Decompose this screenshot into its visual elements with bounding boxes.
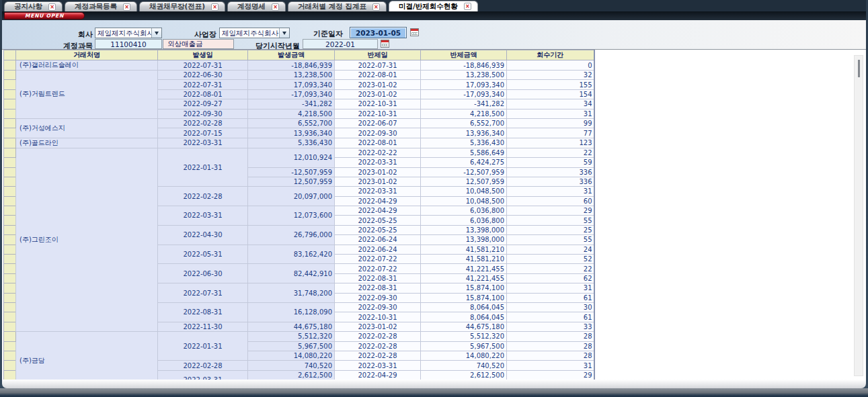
occurrence-date-cell[interactable]: 2022-03-31	[158, 138, 248, 148]
repayment-amount-cell[interactable]: 5,967,500	[421, 341, 507, 351]
occurrence-amount-cell[interactable]: 16,128,090	[248, 302, 335, 322]
occurrence-amount-cell[interactable]: 26,796,000	[248, 225, 335, 245]
repayment-amount-cell[interactable]: 13,398,000	[421, 235, 507, 245]
row-header-cell[interactable]	[4, 99, 16, 109]
recovery-days-cell[interactable]: 31	[507, 283, 594, 293]
repayment-amount-cell[interactable]: 13,238,500	[421, 71, 507, 80]
repayment-amount-cell[interactable]: 13,398,000	[421, 225, 507, 234]
recovery-days-cell[interactable]: 28	[507, 341, 594, 351]
repayment-amount-cell[interactable]: 4,218,500	[421, 109, 507, 118]
recovery-days-cell[interactable]: 0	[507, 60, 594, 71]
occurrence-amount-cell[interactable]: 12,010,924	[248, 148, 335, 167]
occurrence-amount-cell[interactable]: 2,612,500	[248, 370, 335, 380]
recovery-days-cell[interactable]: 61	[507, 312, 594, 322]
row-header-cell[interactable]	[4, 60, 16, 71]
repayment-date-cell[interactable]: 2022-04-29	[335, 370, 421, 380]
row-header-cell[interactable]	[4, 302, 16, 312]
recovery-days-cell[interactable]: 155	[507, 80, 594, 89]
recovery-days-cell[interactable]: 31	[507, 187, 594, 196]
recovery-days-cell[interactable]: 30	[507, 302, 594, 312]
table-row[interactable]: (주)그린조이2022-01-3112,010,9242022-02-225,5…	[4, 148, 594, 157]
occurrence-amount-cell[interactable]: -341,282	[248, 99, 335, 109]
recovery-days-cell[interactable]: 62	[507, 273, 594, 283]
occurrence-date-cell[interactable]: 2022-03-31	[158, 370, 248, 380]
repayment-amount-cell[interactable]: 5,336,430	[421, 138, 507, 148]
recovery-days-cell[interactable]: 22	[507, 148, 594, 157]
base-date-input[interactable]: 2023-01-05	[350, 27, 407, 38]
recovery-days-cell[interactable]: 336	[507, 167, 594, 177]
tab-2[interactable]: 계정과목등록×	[65, 1, 137, 11]
row-header-cell[interactable]	[4, 255, 16, 264]
company-select[interactable]: 제일제지주식회사	[95, 28, 162, 38]
repayment-amount-cell[interactable]: 6,552,700	[421, 118, 507, 128]
occurrence-date-cell[interactable]: 2022-07-31	[158, 283, 248, 303]
occurrence-amount-cell[interactable]: 82,442,910	[248, 264, 335, 283]
vendor-cell[interactable]: (주)금담	[16, 332, 158, 380]
occurrence-date-cell[interactable]: 2022-05-31	[158, 245, 248, 264]
recovery-days-cell[interactable]: 25	[507, 225, 594, 234]
repayment-amount-cell[interactable]: 8,064,045	[421, 312, 507, 322]
repayment-date-cell[interactable]: 2022-04-29	[335, 196, 421, 206]
occurrence-amount-cell[interactable]: 14,080,220	[248, 351, 335, 360]
row-header-cell[interactable]	[4, 235, 16, 245]
occurrence-amount-cell[interactable]: 20,097,000	[248, 187, 335, 206]
row-header-cell[interactable]	[4, 293, 16, 302]
repayment-amount-cell[interactable]: 5,586,649	[421, 148, 507, 157]
row-header-cell[interactable]	[4, 361, 16, 370]
repayment-date-cell[interactable]: 2022-05-25	[335, 216, 421, 225]
occurrence-amount-cell[interactable]: 13,936,340	[248, 128, 335, 138]
recovery-days-cell[interactable]: 22	[507, 264, 594, 273]
repayment-amount-cell[interactable]: 6,424,275	[421, 158, 507, 167]
repayment-amount-cell[interactable]: -17,093,340	[421, 89, 507, 99]
repayment-amount-cell[interactable]: 41,581,210	[421, 255, 507, 264]
repayment-date-cell[interactable]: 2022-09-30	[335, 302, 421, 312]
tab-close-icon[interactable]: ×	[123, 3, 130, 11]
row-header-cell[interactable]	[4, 158, 16, 167]
recovery-days-cell[interactable]: 34	[507, 99, 594, 109]
occurrence-amount-cell[interactable]: 44,675,180	[248, 322, 335, 331]
vendor-cell[interactable]: (주)거성에스지	[16, 118, 158, 138]
row-header-cell[interactable]	[4, 332, 16, 341]
occurrence-date-cell[interactable]: 2022-06-30	[158, 71, 248, 80]
repayment-amount-cell[interactable]: 12,507,959	[421, 177, 507, 186]
recovery-days-cell[interactable]: 28	[507, 351, 594, 360]
repayment-amount-cell[interactable]: 44,675,180	[421, 322, 507, 331]
occurrence-amount-cell[interactable]: 12,073,600	[248, 206, 335, 226]
vertical-scrollbar[interactable]	[854, 55, 863, 376]
row-header-cell[interactable]	[4, 80, 16, 89]
repayment-date-cell[interactable]: 2022-06-24	[335, 235, 421, 245]
row-header-cell[interactable]	[4, 109, 16, 118]
column-header[interactable]: 거래처명	[16, 50, 158, 60]
occurrence-amount-cell[interactable]: -12,507,959	[248, 167, 335, 177]
occurrence-date-cell[interactable]: 2022-07-15	[158, 128, 248, 138]
repayment-date-cell[interactable]: 2022-03-31	[335, 361, 421, 370]
repayment-amount-cell[interactable]: 6,036,800	[421, 206, 507, 216]
row-header-cell[interactable]	[4, 264, 16, 273]
repayment-amount-cell[interactable]: 41,221,455	[421, 264, 507, 273]
repayment-date-cell[interactable]: 2022-03-31	[335, 187, 421, 196]
occurrence-amount-cell[interactable]: -17,093,340	[248, 89, 335, 99]
row-header-cell[interactable]	[4, 138, 16, 148]
occurrence-date-cell[interactable]: 2022-01-31	[158, 332, 248, 361]
row-header-cell[interactable]	[4, 167, 16, 177]
repayment-date-cell[interactable]: 2022-08-31	[335, 273, 421, 283]
repayment-date-cell[interactable]: 2022-08-01	[335, 138, 421, 148]
repayment-date-cell[interactable]: 2022-02-22	[335, 148, 421, 157]
repayment-date-cell[interactable]: 2022-08-01	[335, 71, 421, 80]
row-header-cell[interactable]	[4, 216, 16, 225]
repayment-amount-cell[interactable]: -18,846,939	[421, 60, 507, 71]
occurrence-date-cell[interactable]: 2022-09-27	[158, 99, 248, 109]
row-header-cell[interactable]	[4, 370, 16, 380]
vendor-cell[interactable]: (주)거림트렌드	[16, 71, 158, 119]
repayment-date-cell[interactable]: 2022-02-28	[335, 351, 421, 360]
vendor-cell[interactable]: (주)그린조이	[16, 148, 158, 331]
repayment-amount-cell[interactable]: 8,064,045	[421, 302, 507, 312]
recovery-days-cell[interactable]: 32	[507, 71, 594, 80]
repayment-amount-cell[interactable]: 13,936,340	[421, 128, 507, 138]
occurrence-date-cell[interactable]: 2022-07-31	[158, 80, 248, 89]
recovery-days-cell[interactable]: 59	[507, 158, 594, 167]
repayment-date-cell[interactable]: 2022-10-31	[335, 99, 421, 109]
occurrence-date-cell[interactable]: 2022-01-31	[158, 148, 248, 187]
repayment-date-cell[interactable]: 2023-01-02	[335, 89, 421, 99]
tab-3[interactable]: 채권채무장(전표)×	[139, 1, 225, 11]
